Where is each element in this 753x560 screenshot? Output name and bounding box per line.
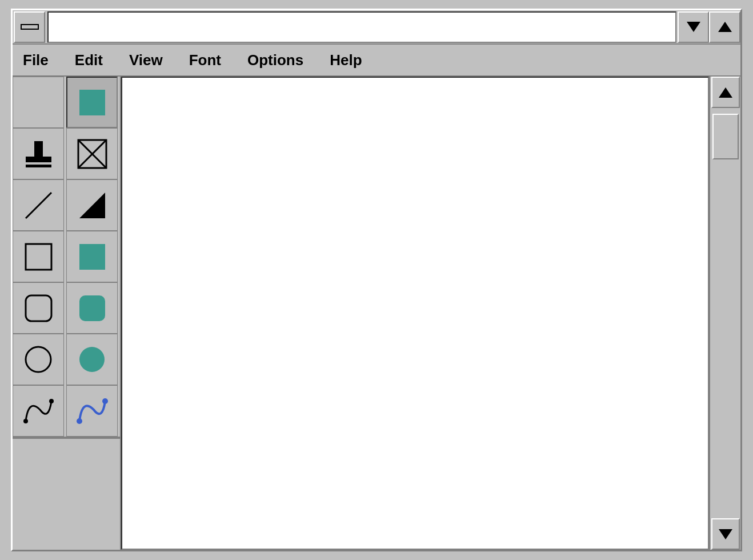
arrow-down-icon — [687, 22, 700, 32]
tool-rect-outline[interactable] — [13, 231, 64, 282]
menu-help[interactable]: Help — [325, 49, 366, 71]
tool-circle-outline[interactable] — [13, 334, 64, 385]
stamp-icon — [23, 138, 54, 170]
rect-outline-icon — [23, 241, 54, 273]
menu-font[interactable]: Font — [185, 49, 226, 71]
menu-file[interactable]: File — [18, 49, 53, 71]
menu-bar: File Edit View Font Options Help — [13, 45, 740, 77]
roundrect-outline-icon — [23, 293, 54, 324]
svg-point-18 — [102, 398, 108, 404]
curve-blue-icon — [77, 395, 108, 427]
svg-point-17 — [77, 418, 82, 424]
filled-square-icon — [77, 87, 108, 118]
title-bar-text — [47, 11, 676, 43]
scroll-down-button[interactable] — [711, 518, 740, 550]
svg-point-16 — [49, 399, 54, 403]
tool-circle-filled[interactable] — [66, 334, 118, 385]
scroll-up-arrow-icon — [719, 87, 732, 98]
tool-roundrect-filled[interactable] — [66, 282, 118, 334]
svg-rect-12 — [79, 295, 105, 321]
svg-rect-2 — [26, 157, 51, 162]
circle-outline-icon — [23, 344, 54, 375]
svg-rect-1 — [34, 141, 43, 158]
circle-filled-icon — [77, 344, 108, 375]
menu-view[interactable]: View — [125, 49, 167, 71]
rect-filled-icon — [77, 241, 108, 273]
titlebar-scroll-down-button[interactable] — [678, 11, 709, 43]
svg-rect-10 — [79, 244, 105, 270]
curve-icon — [23, 395, 54, 427]
arrow-up-icon — [718, 22, 732, 32]
menu-options[interactable]: Options — [243, 49, 308, 71]
main-window: File Edit View Font Options Help — [11, 9, 742, 551]
color-preview-panel — [13, 438, 120, 550]
title-bar — [13, 10, 740, 45]
menu-edit[interactable]: Edit — [70, 49, 107, 71]
line-icon — [23, 190, 54, 221]
svg-point-15 — [23, 419, 28, 423]
tool-filled-square[interactable] — [66, 77, 118, 128]
tool-crosshatch[interactable] — [66, 128, 118, 179]
toolbox — [13, 77, 121, 550]
crosshatch-icon — [77, 138, 108, 170]
tool-roundrect-outline[interactable] — [13, 282, 64, 334]
main-area — [13, 77, 740, 550]
svg-marker-8 — [79, 193, 105, 218]
canvas-area[interactable] — [121, 77, 709, 550]
tool-line[interactable] — [13, 179, 64, 231]
svg-rect-9 — [26, 244, 51, 270]
scroll-thumb[interactable] — [712, 114, 739, 159]
scroll-track[interactable] — [711, 108, 740, 518]
svg-point-14 — [79, 347, 105, 372]
tool-stamp[interactable] — [13, 128, 64, 179]
scrollbar-right — [709, 77, 740, 550]
roundrect-filled-icon — [77, 293, 108, 324]
scroll-up-button[interactable] — [711, 77, 740, 108]
svg-rect-3 — [26, 165, 51, 167]
scroll-down-arrow-icon — [719, 529, 732, 539]
close-button[interactable] — [14, 11, 45, 43]
svg-point-13 — [26, 347, 51, 372]
titlebar-scroll-up-button[interactable] — [709, 11, 740, 43]
svg-line-7 — [26, 193, 51, 218]
svg-rect-11 — [26, 295, 51, 321]
close-icon — [21, 24, 39, 30]
tool-rect-filled[interactable] — [66, 231, 118, 282]
tool-curve-blue[interactable] — [66, 385, 118, 437]
tool-grid — [13, 77, 120, 438]
tool-empty[interactable] — [13, 77, 64, 128]
triangle-icon — [77, 190, 108, 221]
tool-triangle[interactable] — [66, 179, 118, 231]
tool-curve[interactable] — [13, 385, 64, 437]
svg-rect-0 — [79, 90, 105, 115]
